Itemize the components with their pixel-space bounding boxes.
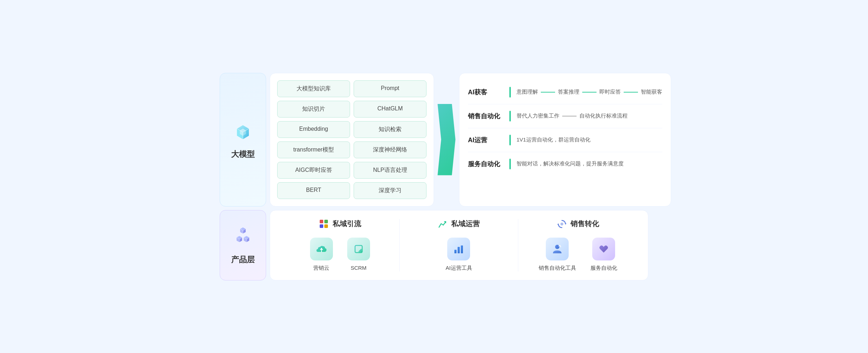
- tech-tag-7: 深度神经网络: [354, 141, 426, 158]
- section-items-traffic: 营销云: [310, 238, 370, 272]
- scrm-icon-box: [347, 238, 370, 260]
- ai-content-3: 智能对话，解决标准化问题，提升服务满意度: [517, 160, 662, 167]
- ai-item: 即时应答: [599, 89, 621, 95]
- section-title-traffic: 私域引流: [333, 219, 361, 229]
- ai-item: 意图理解: [517, 89, 538, 95]
- ai-line-gray: [562, 116, 577, 116]
- svg-rect-17: [320, 224, 323, 228]
- product-item-sales-tool: 销售自动化工具: [539, 238, 576, 272]
- svg-rect-18: [324, 224, 328, 228]
- svg-marker-29: [557, 224, 559, 226]
- ai-divider-1: [509, 111, 511, 121]
- ai-divider-2: [509, 135, 511, 145]
- tech-tag-11: 深度学习: [354, 182, 426, 199]
- cloud-icon-box: [310, 238, 333, 260]
- ai-panel: AI获客 意图理解 答案推理 即时应答 智能获客 销售自动化 替代人力密集工作: [459, 73, 671, 207]
- svg-rect-15: [320, 220, 323, 223]
- ai-item: 1V1运营自动化，群运营自动化: [517, 136, 590, 143]
- section-header-sales: 销售转化: [557, 219, 599, 229]
- section-title-operation: 私域运营: [451, 219, 480, 229]
- product-item-service: 服务自动化: [590, 238, 617, 272]
- large-model-panel: 大模型: [220, 73, 266, 207]
- ai-divider-0: [509, 87, 511, 98]
- tech-tag-5: 知识检索: [354, 121, 426, 138]
- section-header-traffic: 私域引流: [319, 219, 361, 229]
- ai-divider-3: [509, 159, 511, 169]
- svg-point-31: [555, 245, 559, 249]
- ai-line: [624, 92, 638, 93]
- product-panel: 产品层: [220, 210, 266, 280]
- service-icon-box: [592, 238, 615, 260]
- grid-icon: [319, 219, 329, 229]
- sales-tool-icon-box: [546, 238, 569, 260]
- chart-icon: [438, 219, 448, 229]
- section-header-operation: 私域运营: [438, 219, 480, 229]
- main-container: 大模型 大模型知识库 Prompt 知识切片 CHatGLM Embedding…: [220, 73, 648, 280]
- tech-tag-0: 大模型知识库: [277, 80, 350, 97]
- top-row: 大模型 大模型知识库 Prompt 知识切片 CHatGLM Embedding…: [220, 73, 648, 207]
- tech-panel: 大模型知识库 Prompt 知识切片 CHatGLM Embedding 知识检…: [270, 73, 434, 207]
- ai-row-3: 服务自动化 智能对话，解决标准化问题，提升服务满意度: [468, 152, 662, 176]
- tech-tag-6: transformer模型: [277, 141, 350, 158]
- tech-tag-2: 知识切片: [277, 101, 350, 118]
- bottom-content-panel: 私域引流: [270, 210, 648, 280]
- arrow-connector: [438, 73, 455, 207]
- ai-item: 自动化执行标准流程: [579, 113, 628, 119]
- cycle-icon: [557, 219, 567, 229]
- ai-title-2: AI运营: [468, 136, 504, 144]
- section-title-sales: 销售转化: [570, 219, 599, 229]
- product-label-sales-tool: 销售自动化工具: [539, 265, 576, 272]
- ai-row-2: AI运营 1V1运营自动化，群运营自动化: [468, 128, 662, 152]
- ai-line: [582, 92, 597, 93]
- section-items-sales: 销售自动化工具: [539, 238, 617, 272]
- svg-rect-24: [454, 250, 457, 253]
- product-label-service: 服务自动化: [590, 265, 617, 272]
- section-traffic: 私域引流: [281, 219, 400, 272]
- tech-tag-1: Prompt: [354, 80, 426, 97]
- ai-item: 答案推理: [558, 89, 579, 95]
- ai-row-0: AI获客 意图理解 答案推理 即时应答 智能获客: [468, 80, 662, 104]
- tech-tag-10: BERT: [277, 182, 350, 199]
- svg-rect-16: [324, 220, 328, 223]
- svg-rect-25: [458, 247, 460, 253]
- ai-tool-icon-box: [447, 238, 470, 260]
- product-item-ai-tool: AI运营工具: [445, 238, 472, 272]
- tech-tag-4: Embedding: [277, 121, 350, 138]
- ai-item: 智能获客: [641, 89, 662, 95]
- ai-item: 智能对话，解决标准化问题，提升服务满意度: [517, 160, 624, 167]
- tech-tag-9: NLP语言处理: [354, 162, 426, 179]
- section-items-operation: AI运营工具: [445, 238, 472, 272]
- ai-item: 替代人力密集工作: [517, 113, 559, 119]
- ai-content-1: 替代人力密集工作 自动化执行标准流程: [517, 113, 662, 119]
- product-label-ai-tool: AI运营工具: [445, 265, 472, 272]
- ai-row-1: 销售自动化 替代人力密集工作 自动化执行标准流程: [468, 104, 662, 128]
- ai-title-0: AI获客: [468, 88, 504, 96]
- product-item-scrm: SCRM: [347, 238, 370, 271]
- section-operation: 私域运营: [400, 219, 519, 272]
- product-icon: [230, 225, 255, 250]
- product-label: 产品层: [231, 254, 255, 265]
- product-item-cloud: 营销云: [310, 238, 333, 272]
- section-sales: 销售转化: [518, 219, 637, 272]
- ai-line: [541, 92, 555, 93]
- ai-title-3: 服务自动化: [468, 160, 504, 168]
- tech-tag-8: AIGC即时应答: [277, 162, 350, 179]
- ai-title-1: 销售自动化: [468, 112, 504, 120]
- arrow-shape: [438, 104, 455, 175]
- ai-content-0: 意图理解 答案推理 即时应答 智能获客: [517, 89, 662, 95]
- product-label-cloud: 营销云: [313, 265, 329, 272]
- bottom-row: 产品层 私域引流: [220, 210, 648, 280]
- svg-rect-26: [461, 245, 463, 253]
- svg-point-30: [560, 223, 563, 225]
- ai-content-2: 1V1运营自动化，群运营自动化: [517, 136, 662, 143]
- tech-tag-3: CHatGLM: [354, 101, 426, 118]
- large-model-icon: [230, 120, 255, 145]
- product-label-scrm: SCRM: [351, 265, 366, 271]
- svg-marker-28: [565, 222, 567, 224]
- large-model-label: 大模型: [231, 149, 255, 160]
